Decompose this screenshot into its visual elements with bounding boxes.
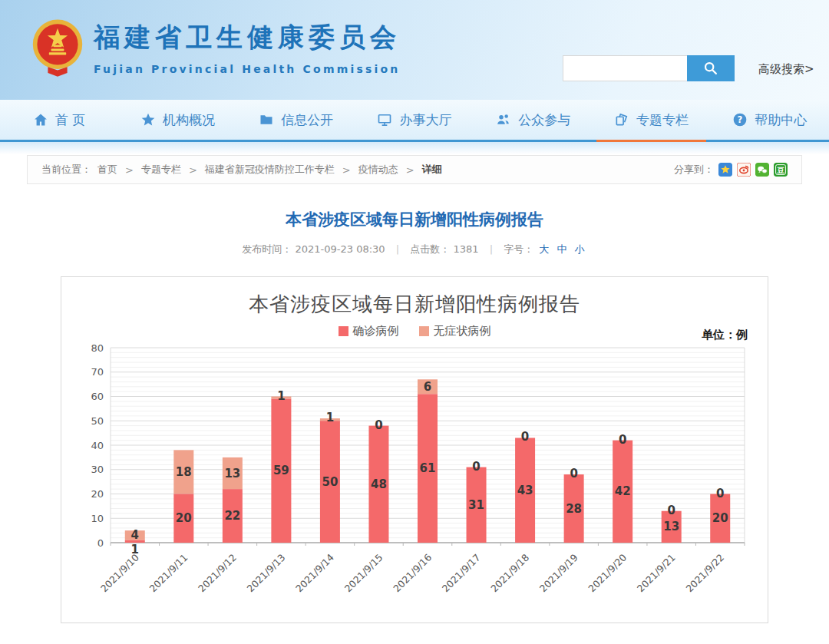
- svg-text:豆: 豆: [777, 166, 784, 174]
- bar-value-label: 22: [224, 509, 240, 523]
- nav-item-label: 信息公开: [281, 111, 333, 129]
- folder-icon: [259, 112, 274, 127]
- x-axis-tick-label: 2021/9/20: [586, 551, 629, 594]
- qzone-share-icon[interactable]: [718, 163, 732, 177]
- hits-count: 1381: [453, 243, 478, 255]
- breadcrumb: 当前位置： 首页>专题专栏>福建省新冠疫情防控工作专栏>疫情动态>详细: [41, 163, 442, 177]
- breadcrumb-bar: 当前位置： 首页>专题专栏>福建省新冠疫情防控工作专栏>疫情动态>详细 分享到：…: [27, 155, 802, 184]
- bar-value-label: 1: [277, 389, 285, 403]
- nav-item-public[interactable]: 公众参与: [474, 100, 592, 140]
- y-axis-tick-label: 50: [91, 415, 104, 427]
- bar-value-label: 13: [224, 467, 240, 481]
- legend-label: 确诊病例: [353, 324, 399, 339]
- nav-gradient-strip: [0, 142, 829, 154]
- breadcrumb-current: 详细: [422, 163, 442, 177]
- x-axis-tick-label: 2021/9/21: [635, 552, 678, 595]
- breadcrumb-label: 当前位置：: [41, 163, 91, 177]
- nav-item-label: 首 页: [55, 111, 85, 129]
- bar-value-label: 13: [663, 520, 679, 533]
- chart-title: 本省涉疫区域每日新增阳性病例报告: [61, 291, 768, 318]
- site-subtitle: Fujian Provincial Health Commission: [94, 63, 401, 75]
- bar-value-label: 20: [712, 511, 728, 525]
- legend-swatch: [339, 326, 348, 336]
- bar-value-label: 0: [521, 430, 529, 444]
- douban-share-icon[interactable]: 豆: [774, 163, 788, 177]
- y-axis-tick-label: 30: [91, 464, 104, 475]
- bar-value-label: 28: [566, 502, 582, 516]
- x-axis-tick-label: 2021/9/15: [342, 552, 385, 595]
- national-emblem-logo: [31, 18, 84, 80]
- legend-label: 无症状病例: [434, 324, 491, 339]
- x-axis-tick-label: 2021/9/16: [391, 551, 434, 594]
- weibo-share-icon[interactable]: [737, 163, 751, 177]
- y-axis-tick-label: 10: [91, 513, 104, 524]
- breadcrumb-link[interactable]: 专题专栏: [141, 163, 181, 177]
- hits-label: 点击数：: [410, 243, 450, 255]
- nav-item-service[interactable]: 办事大厅: [355, 100, 474, 140]
- bar-value-label: 18: [176, 465, 192, 479]
- meta-separator: |: [490, 243, 493, 255]
- nav-item-help[interactable]: ?帮助中心: [711, 100, 829, 140]
- breadcrumb-separator: >: [125, 164, 134, 176]
- search-button[interactable]: [687, 55, 735, 81]
- nav-item-about[interactable]: 机构概况: [118, 100, 236, 140]
- advanced-search-link[interactable]: 高级搜索>: [758, 62, 814, 77]
- share-bar: 分享到： 豆: [674, 163, 788, 177]
- bar-value-label: 0: [570, 467, 577, 481]
- nav-item-home[interactable]: 首 页: [0, 100, 118, 140]
- nav-item-label: 公众参与: [518, 111, 570, 129]
- bar-chart: 01020304050607080142021/9/1020182021/9/1…: [72, 345, 757, 609]
- bar-value-label: 0: [375, 418, 382, 432]
- breadcrumb-link[interactable]: 首页: [97, 163, 117, 177]
- bar-value-label: 59: [273, 464, 289, 477]
- x-axis-tick-label: 2021/9/22: [683, 552, 726, 595]
- bar-value-label: 31: [468, 498, 484, 512]
- bar-value-label: 6: [424, 380, 431, 394]
- bar-value-label: 61: [420, 461, 436, 475]
- article-meta: 发布时间： 2021-09-23 08:30 | 点击数： 1381 | 字号：…: [0, 243, 829, 256]
- chart-unit-label: 单位：例: [702, 328, 748, 342]
- x-axis-tick-label: 2021/9/10: [98, 551, 141, 594]
- x-axis-tick-label: 2021/9/17: [440, 552, 483, 595]
- bar-value-label: 1: [326, 411, 334, 424]
- nav-item-special[interactable]: 专题专栏: [592, 100, 710, 140]
- home-icon: [33, 112, 48, 127]
- x-axis-tick-label: 2021/9/13: [245, 552, 288, 595]
- nav-item-label: 办事大厅: [399, 111, 451, 129]
- breadcrumb-link[interactable]: 疫情动态: [358, 163, 398, 177]
- bar-value-label: 50: [322, 475, 338, 489]
- nav-item-info[interactable]: 信息公开: [237, 100, 355, 140]
- y-axis-tick-label: 20: [91, 488, 104, 500]
- svg-text:?: ?: [738, 114, 743, 125]
- bar-chart-svg: 01020304050607080142021/9/1020182021/9/1…: [72, 345, 757, 606]
- bar-value-label: 48: [371, 477, 387, 491]
- users-icon: [495, 112, 511, 127]
- x-axis-tick-label: 2021/9/12: [196, 552, 239, 595]
- publish-label: 发布时间：: [242, 243, 292, 255]
- page-title: 本省涉疫区域每日新增阳性病例报告: [0, 209, 829, 230]
- site-title: 福建省卫生健康委员会: [94, 20, 401, 55]
- x-axis-tick-label: 2021/9/14: [293, 551, 336, 594]
- fontsize-small[interactable]: 小: [575, 243, 585, 255]
- meta-separator: |: [396, 243, 399, 255]
- pages-icon: [614, 112, 629, 127]
- search-input[interactable]: [563, 55, 687, 81]
- nav-item-label: 专题专栏: [636, 111, 689, 129]
- question-icon: ?: [732, 112, 748, 127]
- bar-value-label: 42: [615, 484, 631, 498]
- nav-item-label: 机构概况: [163, 111, 215, 129]
- y-axis-tick-label: 0: [97, 537, 104, 549]
- wechat-share-icon[interactable]: [755, 163, 769, 177]
- y-axis-tick-label: 80: [91, 345, 104, 354]
- breadcrumb-link[interactable]: 福建省新冠疫情防控工作专栏: [205, 163, 335, 177]
- bar-value-label: 4: [131, 528, 139, 542]
- bar-value-label: 20: [176, 511, 192, 525]
- main-nav: 首 页机构概况信息公开办事大厅公众参与专题专栏?帮助中心: [0, 100, 829, 142]
- chart-legend: 确诊病例无症状病例: [61, 324, 768, 339]
- fontsize-medium[interactable]: 中: [557, 243, 567, 255]
- fontsize-label: 字号：: [504, 243, 533, 255]
- share-label: 分享到：: [674, 163, 714, 177]
- fontsize-large[interactable]: 大: [539, 243, 549, 255]
- legend-item: 确诊病例: [339, 324, 399, 339]
- publish-time: 2021-09-23 08:30: [295, 243, 385, 255]
